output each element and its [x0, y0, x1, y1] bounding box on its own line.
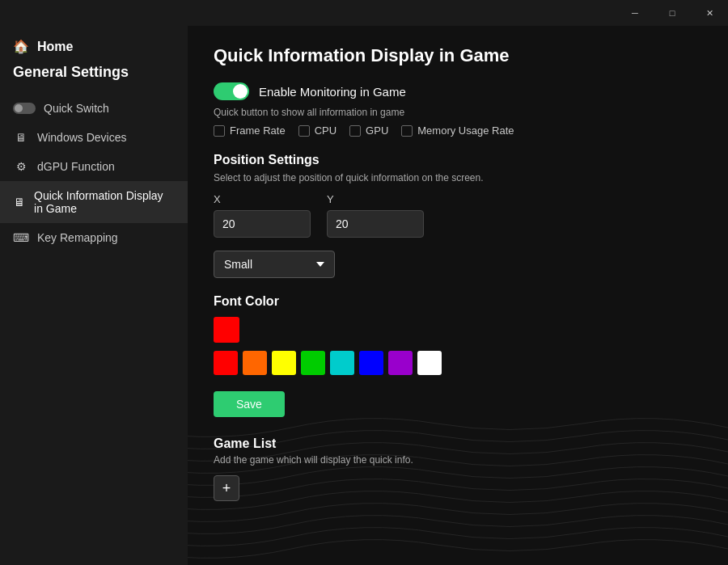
enable-monitoring-toggle[interactable] [214, 82, 249, 100]
sidebar-item-label: Key Remapping [37, 231, 118, 244]
checkbox-cpu[interactable]: CPU [298, 124, 336, 137]
titlebar: ─ □ ✕ [0, 0, 728, 26]
main-content: Quick Information Display in Game Enable… [188, 26, 728, 565]
x-input[interactable] [214, 210, 311, 238]
checkbox-row: Frame Rate CPU GPU Memory Usage Rate [214, 124, 702, 137]
minimize-button[interactable]: ─ [616, 0, 654, 26]
display-icon: 🖥 [13, 196, 26, 209]
gpu-checkbox[interactable] [349, 125, 361, 137]
gpu-label: GPU [366, 124, 388, 137]
sidebar-item-label: Quick Information Display in Game [34, 189, 175, 215]
maximize-button[interactable]: □ [654, 0, 691, 26]
add-game-button[interactable]: + [214, 475, 239, 501]
x-label: X [214, 193, 311, 205]
sidebar-item-label: Quick Switch [44, 102, 109, 115]
memory-usage-rate-label: Memory Usage Rate [417, 124, 514, 137]
enable-monitoring-row: Enable Monitoring in Game [214, 82, 702, 100]
sidebar-item-quick-info-display[interactable]: 🖥 Quick Information Display in Game [0, 181, 188, 223]
position-x-col: X [214, 193, 311, 238]
frame-rate-label: Frame Rate [230, 124, 286, 137]
color-palette [214, 351, 702, 375]
sidebar: 🏠 Home General Settings Quick Switch 🖥 W… [0, 26, 188, 565]
game-list-title: Game List [214, 436, 702, 451]
monitor-icon: 🖥 [13, 131, 29, 144]
selected-color-swatch [214, 317, 239, 343]
color-swatch-0[interactable] [214, 351, 238, 375]
position-y-col: Y [327, 193, 424, 238]
size-dropdown[interactable]: Small Medium Large [214, 251, 335, 278]
color-swatch-6[interactable] [388, 351, 413, 375]
toggle-icon [13, 103, 36, 114]
cpu-label: CPU [315, 124, 336, 137]
position-settings-desc: Select to adjust the position of quick i… [214, 172, 702, 183]
color-swatch-2[interactable] [272, 351, 296, 375]
checkbox-memory-usage-rate[interactable]: Memory Usage Rate [401, 124, 514, 137]
gpu-icon: ⚙ [13, 160, 29, 173]
app-container: 🏠 Home General Settings Quick Switch 🖥 W… [0, 26, 728, 565]
checkbox-gpu[interactable]: GPU [349, 124, 388, 137]
keyboard-icon: ⌨ [13, 231, 29, 244]
position-settings-title: Position Settings [214, 153, 702, 167]
close-button[interactable]: ✕ [691, 0, 728, 26]
sidebar-item-windows-devices[interactable]: 🖥 Windows Devices [0, 123, 188, 152]
sidebar-item-key-remapping[interactable]: ⌨ Key Remapping [0, 223, 188, 252]
game-list-desc: Add the game which will display the quic… [214, 454, 702, 466]
color-swatch-7[interactable] [417, 351, 442, 375]
sidebar-item-dgpu-function[interactable]: ⚙ dGPU Function [0, 152, 188, 181]
y-label: Y [327, 193, 424, 205]
color-swatch-3[interactable] [301, 351, 325, 375]
memory-usage-rate-checkbox[interactable] [401, 125, 413, 137]
quick-btn-label: Quick button to show all information in … [214, 107, 702, 118]
frame-rate-checkbox[interactable] [214, 125, 225, 137]
save-button[interactable]: Save [214, 391, 285, 417]
home-label: Home [37, 40, 73, 54]
sidebar-title: General Settings [0, 64, 188, 94]
enable-monitoring-label: Enable Monitoring in Game [259, 85, 406, 99]
font-color-title: Font Color [214, 294, 702, 309]
home-icon: 🏠 [13, 39, 29, 54]
cpu-checkbox[interactable] [298, 125, 310, 137]
sidebar-item-label: dGPU Function [37, 160, 115, 173]
size-dropdown-row: Small Medium Large [214, 251, 702, 278]
color-swatch-5[interactable] [359, 351, 383, 375]
home-nav-item[interactable]: 🏠 Home [0, 26, 188, 64]
sidebar-item-quick-switch[interactable]: Quick Switch [0, 94, 188, 123]
checkbox-frame-rate[interactable]: Frame Rate [214, 124, 286, 137]
color-swatch-4[interactable] [330, 351, 354, 375]
page-title: Quick Information Display in Game [214, 45, 702, 66]
y-input[interactable] [327, 210, 424, 238]
sidebar-item-label: Windows Devices [37, 131, 126, 144]
position-row: X Y [214, 193, 702, 238]
color-swatch-1[interactable] [243, 351, 267, 375]
